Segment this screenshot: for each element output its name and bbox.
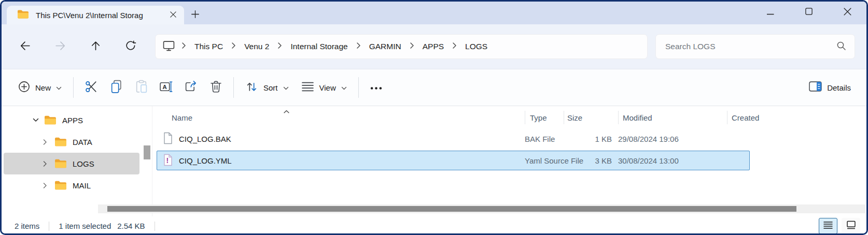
chevron-down-icon [56,83,62,92]
plus-icon [191,10,200,21]
sidebar-item-label: DATA [73,138,92,146]
sidebar-item-logs[interactable]: LOGS [4,153,139,174]
file-row-ciq-log-yml[interactable]: ! CIQ_LOG.YML Yaml Source File 3 KB 30/0… [157,151,750,170]
tab-close-button[interactable] [166,8,180,22]
forward-arrow-icon [54,39,67,54]
main-content: APPS DATA LOGS MAIL Name [2,106,866,216]
back-button[interactable] [14,36,36,57]
column-divider[interactable] [618,111,619,124]
back-arrow-icon [19,39,32,54]
chevron-right-icon [277,42,282,51]
rename-button[interactable]: A [153,76,178,99]
chevron-right-icon [181,42,186,51]
refresh-button[interactable] [120,36,142,57]
column-divider[interactable] [525,111,525,124]
status-divider [155,222,155,231]
status-bar: 2 items 1 item selected 2.54 KB [2,216,866,235]
column-header-name[interactable]: Name [172,113,525,122]
view-lines-icon [301,81,314,94]
toolbar-separator [233,77,234,98]
file-type: BAK File [525,135,564,143]
toolbar-separator [358,77,359,98]
sidebar-item-label: MAIL [73,181,91,190]
maximize-button[interactable] [790,2,828,23]
this-pc-icon [163,40,175,53]
sort-icon [245,80,258,95]
chevron-right-icon[interactable] [43,139,54,145]
address-bar[interactable]: This PC Venu 2 Internal Storage GARMIN A… [155,34,648,59]
minimize-button[interactable] [751,2,790,23]
column-divider[interactable] [564,111,564,124]
plus-circle-icon [18,81,30,95]
cut-button[interactable] [79,76,104,99]
rename-icon: A [159,80,173,95]
column-divider[interactable] [727,111,727,124]
sort-button[interactable]: Sort [239,75,295,100]
delete-button[interactable] [203,76,228,99]
more-options-button[interactable] [364,76,389,99]
item-count: 2 items [15,222,39,230]
folder-icon [54,137,67,147]
file-name: CIQ_LOG.BAK [179,135,231,143]
file-name: CIQ_LOG.YML [179,156,232,165]
column-headers: Name Type Size Modified Created [152,106,866,129]
file-row-ciq-log-bak[interactable]: CIQ_LOG.BAK BAK File 1 KB 29/08/2024 19:… [157,129,750,149]
copy-button[interactable] [104,76,129,99]
file-modified: 29/08/2024 19:06 [618,135,727,143]
selection-count: 1 item selected [59,222,111,230]
chevron-down-icon[interactable] [33,118,44,122]
search-box [655,34,855,59]
file-explorer-window: This PC\Venu 2\Internal Storag [0,0,868,235]
share-icon [184,80,198,96]
up-button[interactable] [85,36,106,57]
column-header-type[interactable]: Type [530,113,564,122]
sidebar-item-data[interactable]: DATA [4,131,139,153]
column-header-modified[interactable]: Modified [623,113,727,122]
view-button[interactable]: View [295,75,353,100]
details-pane-icon [809,81,822,94]
sidebar-item-label: APPS [62,116,83,125]
search-input[interactable] [664,41,836,52]
sidebar-item-apps[interactable]: APPS [4,109,139,131]
horizontal-scrollbar-track[interactable] [98,204,865,213]
details-view-button[interactable] [819,218,837,234]
large-icons-view-icon [847,221,856,231]
sort-button-label: Sort [263,83,278,92]
up-arrow-icon [89,39,102,54]
chevron-right-icon[interactable] [43,182,54,189]
status-divider [49,222,49,231]
file-modified: 30/08/2024 13:00 [618,156,727,165]
sidebar-item-mail[interactable]: MAIL [4,174,139,196]
sidebar-scrollbar-thumb[interactable] [144,145,150,159]
breadcrumb-this-pc[interactable]: This PC [193,41,225,52]
close-icon [844,8,851,18]
new-button[interactable]: New [12,75,68,100]
trash-icon [210,80,222,95]
folder-icon [44,115,57,125]
breadcrumb-garmin[interactable]: GARMIN [368,41,403,52]
new-tab-button[interactable] [184,6,206,24]
close-window-button[interactable] [828,2,866,23]
maximize-icon [805,8,813,17]
forward-button[interactable] [49,36,71,57]
column-header-created[interactable]: Created [732,113,866,122]
large-icons-view-button[interactable] [842,218,860,234]
horizontal-scrollbar-thumb[interactable] [107,206,796,212]
breadcrumb-apps[interactable]: APPS [421,41,445,52]
minimize-icon [767,8,774,17]
breadcrumb-logs[interactable]: LOGS [464,41,489,52]
breadcrumb-internal-storage[interactable]: Internal Storage [289,41,349,52]
file-size: 1 KB [564,135,618,143]
column-header-size[interactable]: Size [567,113,618,122]
navigation-bar: This PC Venu 2 Internal Storage GARMIN A… [2,24,866,69]
details-pane-button[interactable]: Details [803,75,857,100]
breadcrumb-venu-2[interactable]: Venu 2 [243,41,271,52]
chevron-right-icon [356,42,361,51]
share-button[interactable] [178,76,203,99]
sort-ascending-icon [283,107,290,116]
explorer-tab[interactable]: This PC\Venu 2\Internal Storag [7,6,184,24]
chevron-right-icon[interactable] [43,160,54,167]
yaml-file-icon: ! [163,154,173,168]
paste-button[interactable] [129,76,153,99]
toolbar-separator [73,77,74,98]
